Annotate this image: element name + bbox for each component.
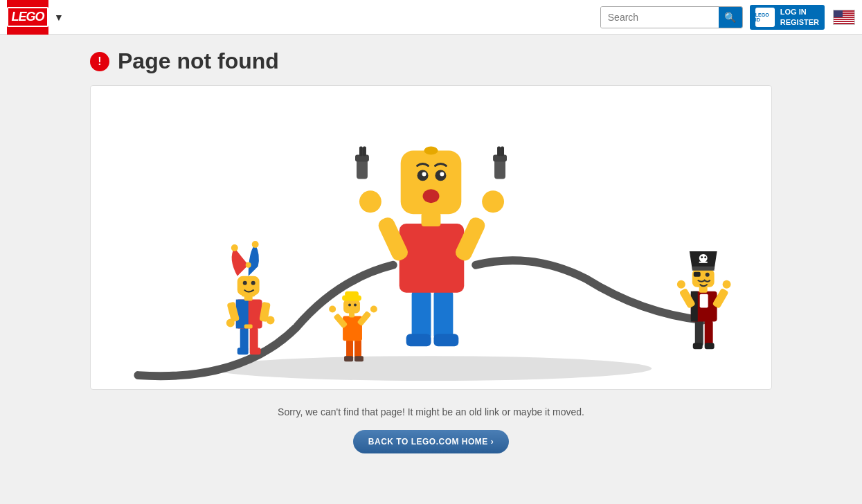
svg-rect-54 xyxy=(359,147,363,156)
svg-rect-30 xyxy=(343,300,360,314)
svg-rect-45 xyxy=(401,151,462,215)
svg-point-50 xyxy=(423,189,440,203)
chevron-down-icon[interactable]: ▼ xyxy=(54,12,64,23)
svg-point-28 xyxy=(370,306,377,313)
svg-rect-34 xyxy=(345,291,359,297)
svg-rect-55 xyxy=(363,147,366,156)
svg-point-43 xyxy=(482,190,504,213)
back-btn-container: BACK TO LEGO.COM HOME › xyxy=(90,430,772,453)
svg-rect-1 xyxy=(240,327,249,351)
country-flag[interactable] xyxy=(833,10,855,25)
us-flag xyxy=(833,10,855,25)
svg-point-49 xyxy=(440,172,444,176)
register-label: REGISTER xyxy=(780,17,819,27)
search-button[interactable]: 🔍 xyxy=(719,7,742,28)
svg-point-76 xyxy=(699,254,708,262)
svg-rect-20 xyxy=(346,339,353,359)
svg-rect-59 xyxy=(501,147,504,156)
svg-rect-66 xyxy=(700,294,708,308)
svg-point-77 xyxy=(701,256,703,258)
svg-point-18 xyxy=(252,241,259,248)
error-icon: ! xyxy=(90,52,109,71)
svg-rect-22 xyxy=(344,356,353,361)
svg-point-15 xyxy=(251,281,255,285)
svg-rect-72 xyxy=(692,269,715,287)
lego-id-label: LEGO ID xyxy=(755,12,775,22)
svg-rect-7 xyxy=(244,324,253,328)
search-input[interactable] xyxy=(601,7,719,28)
page-title: Page not found xyxy=(118,48,279,74)
svg-point-42 xyxy=(359,190,381,213)
header: LEGO ▼ 🔍 LEGO ID LOG IN REGISTER xyxy=(0,0,862,35)
lego-logo[interactable]: LEGO xyxy=(7,0,48,35)
svg-point-70 xyxy=(723,280,731,289)
login-label: LOG IN xyxy=(780,7,819,17)
sorry-text: Sorry, we can't find that page! It might… xyxy=(90,406,772,417)
login-register-labels: LOG IN REGISTER xyxy=(780,7,819,27)
svg-rect-73 xyxy=(694,272,701,277)
svg-rect-23 xyxy=(354,356,363,361)
svg-point-51 xyxy=(424,147,438,155)
svg-point-14 xyxy=(243,281,247,285)
svg-rect-58 xyxy=(497,147,501,156)
svg-rect-2 xyxy=(250,327,258,351)
svg-rect-21 xyxy=(354,339,361,359)
svg-rect-16 xyxy=(242,293,255,297)
svg-point-10 xyxy=(226,318,235,327)
error-illustration xyxy=(90,85,772,390)
lego-scene-svg xyxy=(91,86,771,389)
svg-point-32 xyxy=(354,304,357,307)
svg-rect-39 xyxy=(399,224,465,293)
main-content: ! Page not found xyxy=(0,35,862,467)
svg-rect-61 xyxy=(705,320,713,346)
svg-point-31 xyxy=(348,304,351,307)
svg-point-19 xyxy=(246,262,251,268)
search-icon: 🔍 xyxy=(724,12,736,23)
svg-rect-62 xyxy=(693,343,703,349)
svg-rect-36 xyxy=(433,289,453,341)
svg-point-48 xyxy=(422,172,426,176)
svg-rect-44 xyxy=(422,213,441,226)
svg-point-74 xyxy=(706,273,710,277)
lego-logo-text: LEGO xyxy=(7,7,48,27)
lego-id-icon: LEGO ID xyxy=(755,8,775,27)
page-not-found-header: ! Page not found xyxy=(90,48,772,74)
svg-rect-75 xyxy=(692,267,715,271)
svg-point-78 xyxy=(704,256,706,258)
svg-point-0 xyxy=(210,356,652,381)
svg-point-69 xyxy=(677,280,685,289)
lego-id-button[interactable]: LEGO ID LOG IN REGISTER xyxy=(750,5,825,30)
svg-rect-35 xyxy=(412,289,431,341)
svg-point-27 xyxy=(329,306,336,313)
svg-point-17 xyxy=(231,244,238,251)
svg-rect-3 xyxy=(237,348,249,354)
svg-rect-37 xyxy=(406,334,431,346)
svg-rect-4 xyxy=(250,348,261,354)
svg-rect-38 xyxy=(433,334,458,346)
search-container: 🔍 xyxy=(600,6,743,28)
back-to-home-button[interactable]: BACK TO LEGO.COM HOME › xyxy=(353,430,509,453)
svg-rect-63 xyxy=(705,343,715,349)
svg-point-11 xyxy=(267,316,275,324)
svg-rect-60 xyxy=(695,320,703,346)
